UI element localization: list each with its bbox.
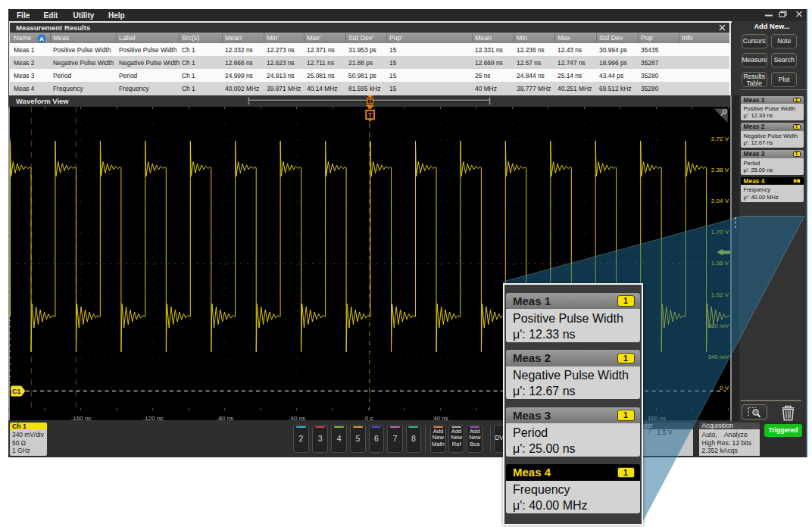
svg-text:A: A bbox=[39, 35, 44, 42]
svg-text:T: T bbox=[368, 111, 373, 119]
svg-text:T: T bbox=[369, 98, 372, 104]
svg-text:C1: C1 bbox=[12, 388, 21, 395]
